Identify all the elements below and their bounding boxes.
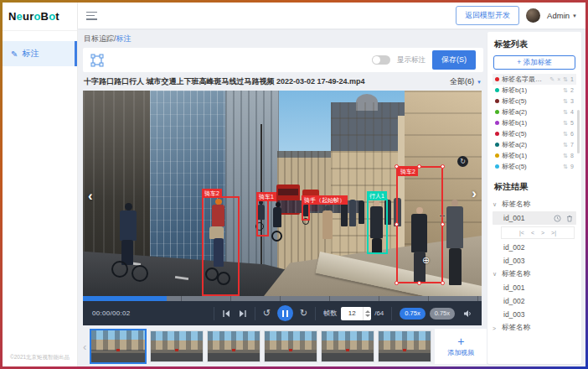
bbox-rider-start-frame[interactable]: 骑手（起始帧）: [302, 203, 310, 221]
resize-handle[interactable]: [417, 164, 421, 169]
result-group[interactable]: ∨ 标签名称: [493, 268, 576, 281]
save-button[interactable]: 保存(S): [432, 50, 476, 70]
result-id[interactable]: id_001: [493, 281, 576, 294]
scene-pedestrian: [349, 200, 356, 226]
avatar[interactable]: [526, 8, 540, 23]
video-thumbnail-1[interactable]: [90, 329, 147, 364]
pencil-icon: ✎: [11, 49, 18, 59]
label-color-dot: [495, 132, 499, 136]
bbox-label: 骑车2: [202, 189, 222, 198]
video-progress-bar[interactable]: [83, 296, 482, 301]
label-row[interactable]: 标签名字最长数... ✎ × ⇅ 1: [493, 74, 576, 85]
bbox-tool-icon[interactable]: [90, 54, 104, 67]
bbox-rider2[interactable]: 骑车2: [202, 196, 240, 296]
label-row[interactable]: 标签c(5) ⇅9: [493, 161, 576, 172]
result-group[interactable]: > 标签名称: [493, 321, 576, 335]
user-menu[interactable]: Admin▼: [547, 11, 577, 20]
bbox-pedestrian1[interactable]: 行人1: [367, 199, 388, 254]
volume-icon[interactable]: [463, 309, 472, 318]
rewind-10-icon[interactable]: ↺: [263, 308, 271, 319]
label-row[interactable]: 标签b(1) ⇅2: [493, 85, 576, 96]
label-row[interactable]: 标签b(1) ⇅8: [493, 150, 576, 161]
sort-icon[interactable]: ⇅: [563, 109, 568, 116]
label-row[interactable]: 标签a(2) ⇅7: [493, 139, 576, 150]
prev-frame-icon[interactable]: [222, 309, 230, 318]
sort-icon[interactable]: ⇅: [563, 87, 568, 94]
frame-count-label: 帧数: [323, 309, 337, 318]
video-thumbnail-4[interactable]: [264, 330, 317, 362]
app-window: NeuroBot ✎ 标注 ©2021北京矩视智能出品 返回模型开发 Admin…: [0, 0, 588, 369]
frame-stepper[interactable]: [363, 307, 371, 320]
resize-handle[interactable]: [395, 281, 399, 285]
content: 目标追踪/标注 显示标注 保存(S) 十字路口路口行人 城市交通上下班高峰斑马线…: [78, 29, 585, 366]
result-id[interactable]: id_003: [493, 308, 576, 321]
video-thumbnail-3[interactable]: [207, 330, 260, 362]
video-filter-dropdown[interactable]: 全部(6)▼: [450, 76, 482, 87]
result-id-selected[interactable]: id_001: [493, 211, 576, 225]
resize-handle[interactable]: [441, 222, 445, 226]
breadcrumb-current: 标注: [116, 34, 132, 43]
add-video-button[interactable]: + 添加视频: [435, 329, 487, 364]
caret-right-icon: >: [493, 325, 498, 331]
resize-handle[interactable]: [395, 164, 399, 169]
resize-handle[interactable]: [441, 281, 445, 285]
label-row[interactable]: 标签c(5) ⇅3: [493, 96, 576, 107]
back-to-model-dev-button[interactable]: 返回模型开发: [456, 6, 519, 25]
result-id[interactable]: id_003: [493, 254, 576, 268]
scrollbar[interactable]: [577, 110, 580, 153]
history-icon[interactable]: [554, 215, 561, 222]
bbox-rider2-selected[interactable]: 骑车2: [396, 166, 443, 283]
sort-icon[interactable]: ⇅: [563, 131, 568, 138]
bbox-label: 行人1: [367, 191, 387, 200]
speed-inactive-pill[interactable]: 0.75x: [430, 308, 455, 320]
pager-next[interactable]: >: [541, 230, 544, 236]
workspace-column: 目标追踪/标注 显示标注 保存(S) 十字路口路口行人 城市交通上下班高峰斑马线…: [83, 32, 483, 364]
video-thumbnail-6[interactable]: [378, 330, 431, 362]
pager-prev[interactable]: <: [531, 230, 534, 236]
speed-active-pill[interactable]: 0.75x: [400, 308, 425, 320]
add-label-button[interactable]: + 添加标签: [493, 55, 575, 70]
filmstrip-prev-arrow[interactable]: ‹: [83, 341, 86, 352]
bbox-rider1[interactable]: 骑车1: [256, 200, 269, 236]
label-color-dot: [495, 164, 499, 169]
result-id[interactable]: id_002: [493, 294, 576, 308]
label-row[interactable]: 标签b(1) ⇅5: [493, 117, 576, 128]
resize-handle[interactable]: [417, 281, 421, 285]
scene-pedestrian: [322, 210, 333, 239]
pager-last[interactable]: >|: [551, 230, 556, 236]
video-thumbnail-2[interactable]: [150, 330, 204, 362]
forward-10-icon[interactable]: ↻: [300, 308, 307, 319]
result-group[interactable]: ∨ 标签名称: [493, 198, 576, 211]
label-row[interactable]: 标签a(2) ⇅4: [493, 107, 576, 117]
sort-icon[interactable]: ⇅: [563, 153, 568, 159]
pager-first[interactable]: |<: [519, 230, 524, 236]
sort-icon[interactable]: ⇅: [563, 76, 568, 83]
sort-icon[interactable]: ⇅: [563, 142, 568, 148]
sidebar: NeuroBot ✎ 标注 ©2021北京矩视智能出品: [3, 3, 78, 366]
resize-handle[interactable]: [441, 164, 445, 169]
rotate-handle-icon[interactable]: ↻: [457, 156, 468, 167]
video-canvas[interactable]: 骑车2 骑车1 骑手（起始帧） 行人1 骑车2: [83, 91, 482, 296]
video-thumbnail-5[interactable]: [321, 330, 374, 362]
next-video-arrow[interactable]: ›: [472, 186, 477, 200]
sort-icon[interactable]: ⇅: [563, 98, 568, 105]
frame-number-input[interactable]: [341, 307, 363, 320]
breadcrumb-parent[interactable]: 目标追踪: [84, 34, 114, 43]
prev-video-arrow[interactable]: ‹: [88, 189, 93, 203]
menu-fold-icon[interactable]: [86, 12, 97, 20]
sidebar-item-annotate[interactable]: ✎ 标注: [3, 41, 77, 66]
pause-button[interactable]: [277, 305, 293, 321]
frame-pager: |< < > >|: [501, 226, 575, 239]
next-frame-icon[interactable]: [239, 309, 247, 318]
edit-icon[interactable]: ✎: [549, 76, 554, 83]
show-annotations-toggle[interactable]: [372, 55, 390, 65]
label-color-dot: [495, 143, 499, 147]
resize-handle[interactable]: [395, 222, 399, 226]
sort-icon[interactable]: ⇅: [563, 120, 568, 127]
trash-icon[interactable]: [566, 215, 573, 222]
delete-icon[interactable]: ×: [557, 76, 560, 82]
sort-icon[interactable]: ⇅: [563, 164, 568, 170]
result-id[interactable]: id_002: [493, 241, 576, 254]
resize-cursor-icon: ↔: [438, 210, 446, 219]
label-row[interactable]: 标签c(5) ⇅6: [493, 128, 576, 139]
